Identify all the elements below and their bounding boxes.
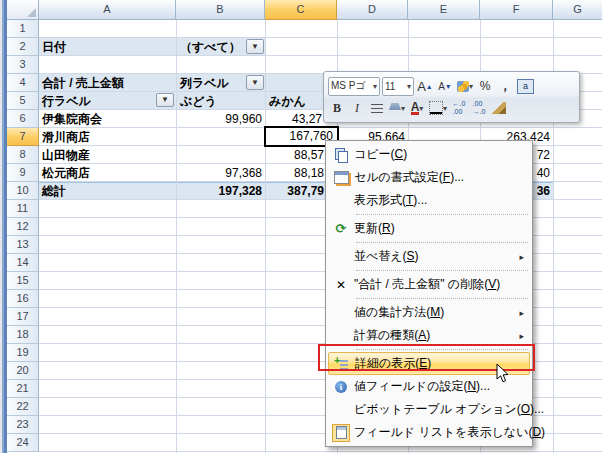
row-header-21[interactable]: 21 [7, 380, 39, 398]
font-color-button[interactable]: A▾ [408, 98, 426, 118]
cell-c9-value-truncated[interactable]: 88,18 [294, 164, 324, 182]
bold-button[interactable]: B [328, 98, 346, 118]
copy-icon [328, 148, 354, 161]
row-header-5[interactable]: 5 [7, 92, 39, 110]
decrease-decimal-button[interactable]: .00→.0 [470, 98, 488, 118]
italic-button[interactable]: I [348, 98, 366, 118]
row-header-11[interactable]: 11 [7, 200, 39, 218]
cell-a8-row-label[interactable]: 山田物産 [42, 146, 90, 164]
chevron-down-icon: ▾ [401, 104, 405, 113]
row-header-23[interactable]: 23 [7, 416, 39, 434]
menu-item-refresh[interactable]: ⟳ 更新(R) [328, 217, 530, 240]
row-header-4[interactable]: 4 [7, 74, 39, 92]
cell-b4-column-labels[interactable]: 列ラベル [180, 74, 229, 92]
row-header-20[interactable]: 20 [7, 362, 39, 380]
select-all-corner[interactable] [7, 0, 39, 20]
row-header-13[interactable]: 13 [7, 236, 39, 254]
row-labels-dropdown-button[interactable]: ▼ [156, 93, 174, 107]
menu-item-number-format[interactable]: 表示形式(T)... [328, 189, 530, 212]
value-field-settings-icon: i [328, 381, 354, 393]
borders-button[interactable]: ▾ [428, 98, 448, 118]
merge-center-icon: a [517, 79, 534, 94]
shrink-font-icon: A [438, 81, 445, 92]
cell-a10-grand-total-label[interactable]: 総計 [42, 182, 66, 200]
row-headers: 1 2 3 4 5 6 7 8 9 10 11 12 13 14 15 16 1… [7, 20, 39, 452]
menu-item-summarize-values[interactable]: 値の集計方法(M) ▸ [328, 301, 530, 324]
row-header-15[interactable]: 15 [7, 272, 39, 290]
filter-dropdown-button[interactable]: ▼ [246, 39, 264, 54]
menu-separator [356, 214, 528, 215]
cell-b2-filter-value[interactable]: （すべて） [180, 38, 241, 56]
column-header-a[interactable]: A [39, 0, 176, 20]
cell-f9-value-truncated[interactable]: 40 [537, 164, 550, 182]
row-header-9[interactable]: 9 [7, 164, 39, 182]
row-header-17[interactable]: 17 [7, 308, 39, 326]
font-name-select[interactable]: MS Pゴ▾ [328, 77, 380, 96]
row-header-10[interactable]: 10 [7, 182, 39, 200]
row-header-18[interactable]: 18 [7, 326, 39, 344]
center-align-button[interactable] [368, 98, 386, 118]
menu-item-remove-value-field[interactable]: ✕ "合計 / 売上金額" の削除(V) [328, 273, 530, 296]
column-header-d[interactable]: D [337, 0, 408, 20]
cell-b5-budou-header[interactable]: ぶどう [180, 92, 217, 110]
comma-style-button[interactable]: ， [496, 76, 514, 96]
cell-c10-total-truncated[interactable]: 387,79 [287, 182, 324, 200]
cell-a6-row-label[interactable]: 伊集院商会 [42, 110, 102, 128]
menu-item-format-cells[interactable]: セルの書式設定(F)... [328, 166, 530, 189]
cell-a7-row-label[interactable]: 滑川商店 [42, 128, 90, 146]
grow-font-button[interactable]: A▲ [416, 76, 434, 96]
row-header-8[interactable]: 8 [7, 146, 39, 164]
cell-f10-total-truncated[interactable]: 36 [537, 182, 550, 200]
chevron-down-icon: ▾ [373, 82, 377, 91]
font-size-select[interactable]: 11▾ [382, 77, 414, 96]
column-header-b[interactable]: B [176, 0, 265, 20]
menu-item-copy[interactable]: コピー(C) [328, 143, 530, 166]
font-color-icon: A [411, 102, 420, 115]
currency-format-button[interactable]: ▾ [456, 76, 474, 96]
row-header-3[interactable]: 3 [7, 56, 39, 74]
shrink-font-button[interactable]: A▼ [436, 76, 454, 96]
menu-item-sort[interactable]: 並べ替え(S) ▸ [328, 245, 530, 268]
column-header-c-selected[interactable]: C [265, 0, 337, 20]
increase-decimal-button[interactable]: ←.0.00 [450, 98, 468, 118]
window-left-edge [0, 0, 7, 453]
cell-f8-value-truncated[interactable]: 72 [537, 146, 550, 164]
cell-a4-values-header[interactable]: 合計 / 売上金額 [42, 74, 124, 92]
currency-icon [457, 81, 469, 92]
cell-a2-filter-field[interactable]: 日付 [42, 38, 66, 56]
row-header-19[interactable]: 19 [7, 344, 39, 362]
menu-item-hide-field-list[interactable]: フィールド リストを表示しない(D) [328, 421, 530, 444]
column-labels-dropdown-button[interactable]: ▼ [246, 75, 264, 90]
dropdown-arrow-icon: ▼ [247, 76, 263, 89]
row-header-2[interactable]: 2 [7, 38, 39, 56]
cell-b9-value[interactable]: 97,368 [225, 164, 262, 182]
row-header-6[interactable]: 6 [7, 110, 39, 128]
cell-c8-value-truncated[interactable]: 88,57 [294, 146, 324, 164]
merge-center-button[interactable]: a [516, 76, 535, 96]
center-align-icon [371, 104, 383, 113]
menu-separator [356, 298, 528, 299]
row-header-16[interactable]: 16 [7, 290, 39, 308]
dropdown-arrow-icon: ▼ [247, 40, 263, 53]
row-header-14[interactable]: 14 [7, 254, 39, 272]
row-header-1[interactable]: 1 [7, 20, 39, 38]
format-painter-button[interactable] [490, 98, 508, 118]
row-header-12[interactable]: 12 [7, 218, 39, 236]
submenu-arrow-icon: ▸ [519, 252, 524, 262]
cell-c5-mikan-header[interactable]: みかん [269, 92, 306, 110]
column-header-g[interactable]: G [553, 0, 602, 20]
menu-item-pivottable-options[interactable]: ピボットテーブル オプション(O)... [328, 398, 530, 421]
column-header-f[interactable]: F [480, 0, 553, 20]
fill-color-button[interactable]: ▾ [388, 98, 406, 118]
field-list-icon [328, 424, 354, 442]
row-header-24[interactable]: 24 [7, 434, 39, 452]
percent-style-button[interactable]: % [476, 76, 494, 96]
cell-a5-row-labels[interactable]: 行ラベル [42, 92, 91, 110]
grow-font-icon: A [417, 79, 426, 94]
cell-b10-total[interactable]: 197,328 [219, 182, 262, 200]
cell-a9-row-label[interactable]: 松元商店 [42, 164, 90, 182]
row-header-22[interactable]: 22 [7, 398, 39, 416]
cell-b6-value[interactable]: 99,960 [225, 110, 262, 128]
column-header-e[interactable]: E [408, 0, 480, 20]
row-header-7-selected[interactable]: 7 [7, 128, 39, 146]
